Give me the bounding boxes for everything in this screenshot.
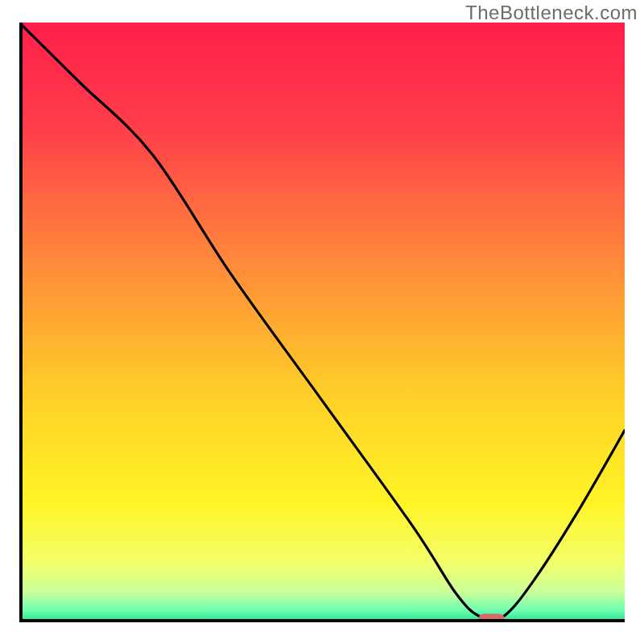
minimum-marker — [479, 614, 505, 623]
chart-series-curve — [19, 23, 625, 622]
watermark-text: TheBottleneck.com — [465, 2, 638, 24]
